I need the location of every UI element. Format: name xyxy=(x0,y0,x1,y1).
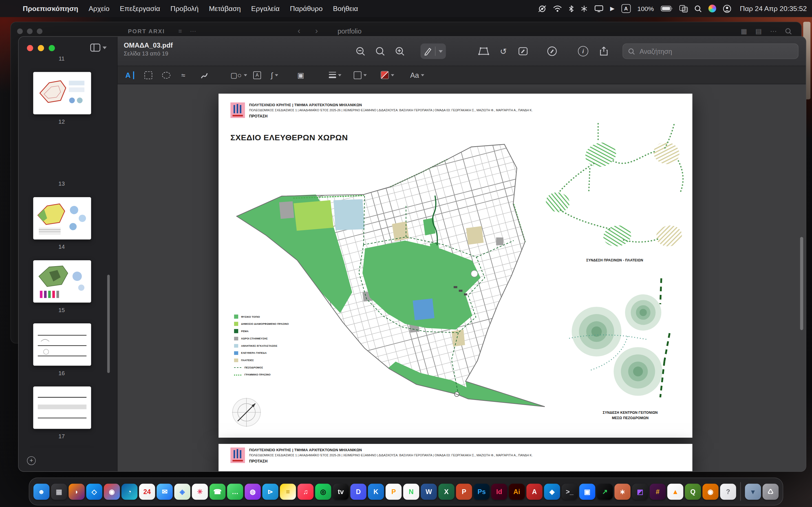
dock-icon-mail[interactable]: ✉ xyxy=(157,483,173,499)
page-thumbnail[interactable] xyxy=(33,135,90,176)
dock-icon-indesign[interactable]: Id xyxy=(491,483,507,499)
dock-icon-slack[interactable]: # xyxy=(650,483,666,499)
dock-icon-music[interactable]: ♫ xyxy=(297,483,313,499)
menu-item-Προβολή[interactable]: Προβολή xyxy=(165,5,204,13)
dock-icon-pages[interactable]: P xyxy=(386,483,402,499)
lasso-selection-tool[interactable] xyxy=(162,68,170,82)
menu-item-Μετάβαση[interactable]: Μετάβαση xyxy=(204,5,246,13)
menu-item-Αρχείο[interactable]: Αρχείο xyxy=(84,5,115,13)
dock-icon-firefox[interactable]: ◗ xyxy=(68,483,85,499)
zoom-in-button[interactable] xyxy=(391,44,409,58)
dock-icon-podcasts[interactable]: ◍ xyxy=(245,483,261,499)
back-forward-icons[interactable]: ‹ › xyxy=(298,26,324,36)
dock-icon-messages[interactable]: … xyxy=(227,483,243,499)
dock-icon-acrobat[interactable]: A xyxy=(526,483,543,499)
dock-icon-illustrator[interactable]: Ai xyxy=(509,483,525,499)
dock-icon-chrome[interactable]: ◉ xyxy=(104,483,120,499)
user-account-icon[interactable] xyxy=(723,4,731,13)
dock-icon-qgis[interactable]: Q xyxy=(685,483,701,499)
play-icon[interactable]: ▶ xyxy=(610,4,615,13)
dock-icon-spotify[interactable]: ◎ xyxy=(315,483,331,499)
more-icon[interactable]: ⋯ xyxy=(770,27,777,35)
zoom-out-button[interactable] xyxy=(352,44,369,58)
dock-icon-photos[interactable]: ☀ xyxy=(192,483,208,499)
dock-icon-calendar[interactable]: 24 xyxy=(139,483,155,499)
perspective-icon[interactable] xyxy=(475,44,492,58)
bluetooth-icon[interactable] xyxy=(569,4,574,13)
page-thumbnail[interactable] xyxy=(33,386,91,429)
menu-item-Εργαλεία[interactable]: Εργαλεία xyxy=(246,5,285,13)
dock-icon-ai-assistant[interactable]: ∗ xyxy=(614,483,630,499)
shapes-tool[interactable]: ▢○ xyxy=(231,68,247,82)
zoom-button[interactable] xyxy=(49,45,55,51)
markup-pen-icon[interactable] xyxy=(514,44,532,58)
dock-icon-telegram[interactable]: ⊳ xyxy=(262,483,278,499)
fan-icon[interactable] xyxy=(580,4,588,13)
zoom-fit-button[interactable] xyxy=(371,44,389,58)
dock-icon-numbers[interactable]: N xyxy=(403,483,419,499)
dock-icon-trash[interactable]: ♺ xyxy=(763,483,779,499)
keyboard-layout-indicator[interactable]: A xyxy=(621,4,631,13)
border-color-tool[interactable] xyxy=(354,68,367,82)
dock-icon-excel[interactable]: X xyxy=(439,483,455,499)
draw-tool[interactable] xyxy=(200,68,208,82)
siri-icon[interactable] xyxy=(708,5,716,13)
screen-recording-icon[interactable] xyxy=(538,4,546,13)
share-button[interactable] xyxy=(595,44,612,58)
dock-icon-maps[interactable]: ◈ xyxy=(174,483,190,499)
document-scroll-area[interactable]: ΠΟΛΥΤΕΧΝΕΙΟ ΚΡΗΤΗΣ | ΤΜΗΜΑ ΑΡΧΙΤΕΚΤΟΝΩΝ … xyxy=(117,84,806,471)
dock-icon-blender[interactable]: ◉ xyxy=(703,483,719,499)
search-icon[interactable] xyxy=(785,27,792,34)
sidebar-toggle-button[interactable] xyxy=(87,43,110,52)
text-box-tool[interactable]: A xyxy=(253,68,261,82)
dock-icon-notes[interactable]: ≡ xyxy=(280,483,296,499)
smart-annotate-icon[interactable] xyxy=(543,44,561,58)
search-field[interactable] xyxy=(622,43,799,59)
dock-icon-vscode[interactable]: ◆ xyxy=(544,483,560,499)
insert-text-tool[interactable]: A xyxy=(125,68,134,82)
background-window-traffic-lights[interactable] xyxy=(11,28,43,34)
fill-color-tool[interactable] xyxy=(380,68,395,82)
dock-icon-facetime[interactable]: ☎ xyxy=(209,483,225,499)
dock-icon-safari[interactable]: ◇ xyxy=(86,483,102,499)
dock-icon-word[interactable]: W xyxy=(421,483,437,499)
note-tool[interactable]: ▣ xyxy=(297,68,304,82)
dock-icon-zoom[interactable]: ▣ xyxy=(579,483,595,499)
markup-pencil-control[interactable] xyxy=(420,43,446,59)
dock-icon-keynote[interactable]: K xyxy=(368,483,384,499)
rotate-left-icon[interactable]: ↺ xyxy=(495,44,512,58)
dock-icon-figma[interactable]: ◩ xyxy=(632,483,648,499)
dock-icon-vlc[interactable]: ▲ xyxy=(667,483,683,499)
background-window-controls[interactable]: ▦ ▤ ⋯ xyxy=(741,27,792,35)
rect-selection-tool[interactable] xyxy=(144,68,152,82)
menu-bar-clock[interactable]: Παρ 24 Απρ 20:35:52 xyxy=(740,5,807,13)
sketch-tool[interactable]: ≈ xyxy=(181,68,185,82)
line-weight-tool[interactable] xyxy=(329,68,342,82)
display-icon[interactable] xyxy=(595,4,603,13)
dock-icon-edge[interactable]: ◔ xyxy=(121,483,138,499)
search-icon[interactable] xyxy=(694,4,702,13)
battery-icon[interactable] xyxy=(661,4,672,13)
text-style-tool[interactable]: Aa xyxy=(410,68,425,82)
minimize-button[interactable] xyxy=(38,45,44,51)
menu-item-Βοήθεια[interactable]: Βοήθεια xyxy=(328,5,363,13)
page-thumbnail[interactable] xyxy=(33,323,91,366)
dock-icon-photoshop[interactable]: Ps xyxy=(474,483,490,499)
dock-icon-stocks[interactable]: ↗ xyxy=(597,483,613,499)
dock-icon-help[interactable]: ? xyxy=(720,483,736,499)
signature-tool[interactable]: ∫ xyxy=(271,68,278,82)
dock-icon-powerpoint[interactable]: P xyxy=(456,483,472,499)
traffic-lights[interactable] xyxy=(27,45,55,51)
app-menu-title[interactable]: Προεπισκόπηση xyxy=(17,5,83,13)
page-thumbnail[interactable] xyxy=(33,72,91,114)
close-button[interactable] xyxy=(27,45,33,51)
info-button[interactable]: i xyxy=(574,44,592,58)
wifi-icon[interactable] xyxy=(553,4,562,13)
page-thumbnail[interactable] xyxy=(33,260,91,303)
shortcuts-icon[interactable] xyxy=(679,5,688,12)
menu-item-Επεξεργασία[interactable]: Επεξεργασία xyxy=(115,5,165,13)
search-input[interactable] xyxy=(639,47,793,55)
dock-icon-discord[interactable]: D xyxy=(350,483,366,499)
dock-icon-finder[interactable]: ☻ xyxy=(33,483,49,499)
menu-item-Παράθυρο[interactable]: Παράθυρο xyxy=(285,5,328,13)
